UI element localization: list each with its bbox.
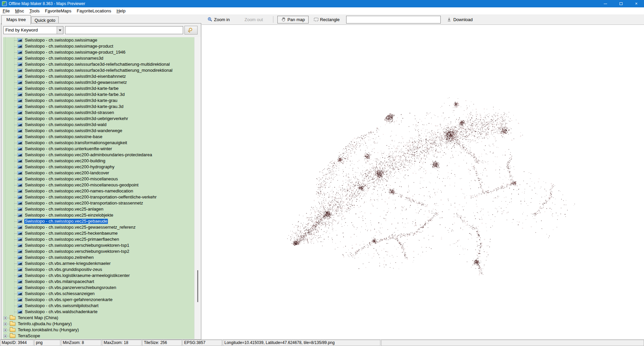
rectangle-button[interactable]: Rectangle (311, 16, 342, 23)
tree-folder-label[interactable]: Terkep.torokbalint.hu (Hungary) (17, 327, 79, 333)
tree-item-label[interactable]: Swisstopo - ch.vbs.logistikraeume-armeel… (24, 273, 130, 278)
tree-item-label[interactable]: Swisstopo - ch.swisstopo.vec25-primaerfl… (24, 237, 120, 242)
pan-map-button[interactable]: Pan map (277, 16, 309, 23)
tree-item-label[interactable]: Swisstopo - ch.swisstopo.swissimage (24, 38, 98, 43)
tree-folder[interactable]: Terinfo.ujbuda.hu (Hungary) (3, 321, 194, 327)
tree-item[interactable]: Swisstopo - ch.swisstopo.swisstlm3d-uebr… (3, 116, 194, 122)
tree-item-label[interactable]: Swisstopo - ch.swisstopo.swisstlm3d-gewa… (24, 80, 127, 85)
tree-item-label[interactable]: Swisstopo - ch.vbs.waldschadenkarte (24, 309, 98, 314)
search-input[interactable] (65, 26, 183, 34)
tree-item[interactable]: Swisstopo - ch.vbs.armee-kriegsdenkmaele… (3, 261, 194, 267)
tree-item-label[interactable]: Swisstopo - ch.swisstopo.swisstlm3d-kart… (24, 92, 125, 97)
tree-item[interactable]: Swisstopo - ch.swisstopo.vec200-miscella… (3, 176, 194, 182)
tree-item[interactable]: Swisstopo - ch.swisstopo.swisstlm3d-kart… (3, 92, 194, 98)
expand-plus-icon[interactable] (4, 323, 7, 326)
tree-item[interactable]: Swisstopo - ch.swisstopo.swisstlm3d-kart… (3, 85, 194, 92)
chevron-down-icon[interactable] (57, 26, 63, 34)
menu-file[interactable]: File (0, 7, 12, 14)
tree-item[interactable]: Swisstopo - ch.swisstopo.verschiebungsve… (3, 242, 194, 248)
tree-item[interactable]: Swisstopo - ch.swisstopo.swisstlm3d-wald (3, 122, 194, 128)
tree-item-label[interactable]: Swisstopo - ch.swisstopo.vec25-gebaeude (24, 219, 108, 224)
tree-item-label[interactable]: Swisstopo - ch.swisstopo.vec25-einzelobj… (24, 213, 114, 218)
tree-item[interactable]: Swisstopo - ch.vbs.grunddispositiv-zeus (3, 267, 194, 273)
tree-folder[interactable]: Tencent Map (China) (3, 315, 194, 321)
tree-folder-label[interactable]: Terinfo.ujbuda.hu (Hungary) (17, 321, 72, 327)
tree-item-label[interactable]: Swisstopo - ch.swisstopo.swissnames3d (24, 56, 104, 61)
tree-item[interactable]: Swisstopo - ch.swisstopo.vec200-hydrogra… (3, 164, 194, 170)
expand-plus-icon[interactable] (4, 316, 7, 320)
tree-item-label[interactable]: Swisstopo - ch.swisstopo.verschiebungsve… (24, 243, 130, 248)
tree-item[interactable]: Swisstopo - ch.swisstopo.transformations… (3, 140, 194, 146)
tree-item-label[interactable]: Swisstopo - ch.swisstopo.swisstlm3d-kart… (24, 104, 124, 109)
tree-item-label[interactable]: Swisstopo - ch.vbs.panzerverschiebungsro… (24, 285, 117, 290)
tree-item-label[interactable]: Swisstopo - ch.swisstopo.verschiebungsve… (24, 249, 130, 254)
tree-item[interactable]: Swisstopo - ch.swisstopo.vec25-primaerfl… (3, 236, 194, 242)
tree-item[interactable]: Swisstopo - ch.swisstopo.vec200-building (3, 158, 194, 164)
tree-item-label[interactable]: Swisstopo - ch.vbs.armee-kriegsdenkmaele… (24, 261, 111, 266)
menu-help[interactable]: Help (114, 7, 128, 14)
tree-item-label[interactable]: Swisstopo - ch.swisstopo.swisstlm3d-wald (24, 122, 107, 127)
tree-item[interactable]: Swisstopo - ch.swisstopo.vec200-names-na… (3, 188, 194, 194)
tree-item-label[interactable]: Swisstopo - ch.swisstopo.vec200-names-na… (24, 188, 134, 194)
tree-item-label[interactable]: Swisstopo - ch.swisstopo.vec200-building (24, 158, 106, 164)
tree-item[interactable]: Swisstopo - ch.vbs.waldschadenkarte (3, 309, 194, 315)
minimize-button[interactable] (598, 0, 613, 7)
zoom-out-button[interactable]: Zoom out (242, 16, 266, 23)
tree-item-label[interactable]: Swisstopo - ch.vbs.sperr-gefahrenzonenka… (24, 297, 113, 302)
tree-item-label[interactable]: Swisstopo - ch.swisstopo.vec200-transpor… (24, 194, 157, 200)
tree-item-label[interactable]: Swisstopo - ch.vbs.swissmilpilotschart (24, 303, 99, 308)
tree-item-label[interactable]: Swisstopo - ch.swisstopo.unterkuenfte-wi… (24, 146, 113, 152)
tree-item-label[interactable]: Swisstopo - ch.swisstopo.swisstlm3d-uebr… (24, 116, 129, 121)
tree-item[interactable]: Swisstopo - ch.swisstopo.vec25-anlagen (3, 206, 194, 212)
tree-item[interactable]: Swisstopo - ch.swisstopo.vec200-miscella… (3, 182, 194, 188)
tree-item[interactable]: Swisstopo - ch.swisstopo.vec200-transpor… (3, 200, 194, 206)
tree-item-label[interactable]: Swisstopo - ch.vbs.grunddispositiv-zeus (24, 267, 103, 272)
menu-tools[interactable]: Tools (27, 7, 42, 14)
tree-item[interactable]: Swisstopo - ch.vbs.sperr-gefahrenzonenka… (3, 297, 194, 303)
tree-item-label[interactable]: Swisstopo - ch.swisstopo.vec200-miscella… (24, 182, 139, 188)
maximize-button[interactable] (613, 0, 629, 7)
tree-item-label[interactable]: Swisstopo - ch.swisstopo.swissimage-prod… (24, 50, 126, 55)
tree-folder[interactable]: Terkep.torokbalint.hu (Hungary) (3, 327, 194, 333)
toolbar-input[interactable] (346, 16, 441, 23)
map-preview-area[interactable] (202, 25, 644, 339)
tree-scrollbar[interactable] (194, 37, 201, 339)
tree-item-label[interactable]: Swisstopo - ch.swisstopo.vec200-miscella… (24, 176, 118, 182)
tree-item[interactable]: Swisstopo - ch.swisstopo.zeitreihen (3, 254, 194, 261)
tree-item[interactable]: Swisstopo - ch.swisstopo.vec25-gebaeude (3, 218, 194, 224)
tree-item-label[interactable]: Swisstopo - ch.swisstopo.vec200-landcove… (24, 170, 110, 176)
menu-favoritemaps[interactable]: FavoriteMaps (42, 7, 74, 14)
tree-item[interactable]: Swisstopo - ch.swisstopo.vec200-adminbou… (3, 152, 194, 158)
expand-plus-icon[interactable] (4, 329, 7, 332)
tree-item[interactable]: Swisstopo - ch.swisstopo.swisstlm3d-wand… (3, 128, 194, 134)
tree-scrollbar-thumb[interactable] (197, 270, 198, 302)
tree-item-label[interactable]: Swisstopo - ch.swisstopo.vec200-adminbou… (24, 152, 153, 158)
tree-item-label[interactable]: Swisstopo - ch.swisstopo.zeitreihen (24, 255, 94, 260)
tree-item-label[interactable]: Swisstopo - ch.swisstopo.swisstlm3d-wand… (24, 128, 123, 133)
expand-plus-icon[interactable] (4, 335, 7, 338)
search-button[interactable] (184, 26, 198, 35)
tree-item-label[interactable]: Swisstopo - ch.swisstopo.swissimage-prod… (24, 44, 114, 49)
tree-item-label[interactable]: Swisstopo - ch.swisstopo.vec25-anlagen (24, 207, 104, 212)
tree-item[interactable]: Swisstopo - ch.swisstopo.swisssurface3d-… (3, 67, 194, 73)
tree-item[interactable]: Swisstopo - ch.vbs.panzerverschiebungsro… (3, 285, 194, 291)
tree-item[interactable]: Swisstopo - ch.swisstopo.swissimage-prod… (3, 43, 194, 49)
tree-item-label[interactable]: Swisstopo - ch.swisstopo.swisssurface3d-… (24, 68, 173, 73)
tree-item[interactable]: Swisstopo - ch.swisstopo.swisstlm3d-eise… (3, 73, 194, 79)
tree-item-label[interactable]: Swisstopo - ch.swisstopo.vec25-gewaesser… (24, 225, 136, 230)
tree-item[interactable]: Swisstopo - ch.swisstopo.swissnames3d (3, 55, 194, 61)
tree-item[interactable]: Swisstopo - ch.swisstopo.unterkuenfte-wi… (3, 146, 194, 152)
tree-item[interactable]: Swisstopo - ch.vbs.milairspacechart (3, 279, 194, 285)
tree-folder-label[interactable]: Tencent Map (China) (17, 315, 59, 321)
tree-item-label[interactable]: Swisstopo - ch.swisstopo.swisstlm3d-kart… (24, 98, 118, 103)
tree-item-label[interactable]: Swisstopo - ch.swisstopo.transformations… (24, 140, 128, 146)
tree-folder-label[interactable]: TerraScope (17, 333, 41, 339)
map-canvas[interactable] (202, 25, 644, 339)
tree-item-label[interactable]: Swisstopo - ch.swisstopo.vec200-hydrogra… (24, 164, 115, 170)
close-button[interactable]: × (629, 0, 644, 7)
download-button[interactable]: Download (444, 16, 475, 23)
tree-item[interactable]: Swisstopo - ch.swisstopo.verschiebungsve… (3, 248, 194, 254)
tree-item[interactable]: Swisstopo - ch.swisstopo.swisstne-base (3, 134, 194, 140)
tree-item[interactable]: Swisstopo - ch.vbs.logistikraeume-armeel… (3, 273, 194, 279)
tree-item-label[interactable]: Swisstopo - ch.swisstopo.swisssurface3d-… (24, 62, 170, 67)
